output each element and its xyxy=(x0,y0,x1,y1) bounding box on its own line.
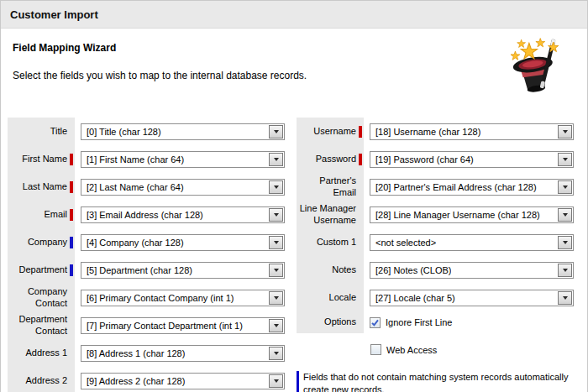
window-title: Customer Import xyxy=(10,8,98,21)
check-icon xyxy=(370,318,380,327)
chevron-down-icon[interactable] xyxy=(269,125,283,139)
field-label-cell: Department xyxy=(8,256,75,284)
required-marker xyxy=(359,126,362,138)
field-select[interactable]: [26] Notes (CLOB) xyxy=(370,262,574,279)
chevron-down-icon[interactable] xyxy=(269,208,283,222)
field-column-right: Username [18] Username (char 128) Passwo… xyxy=(297,118,582,392)
field-select[interactable]: [3] Email Address (char 128) xyxy=(81,206,285,223)
field-label: Address 1 xyxy=(25,348,67,359)
chevron-down-icon[interactable] xyxy=(269,264,283,277)
field-row: Notes [26] Notes (CLOB) xyxy=(297,256,582,284)
field-select[interactable]: [7] Primary Contact Department (int 1) xyxy=(81,317,285,334)
field-row: Title [0] Title (char 128) xyxy=(8,118,286,145)
required-marker xyxy=(70,320,73,332)
field-select[interactable]: [19] Password (char 64) xyxy=(370,151,574,168)
field-label-cell: Custom 1 xyxy=(297,228,364,256)
selected-option: [7] Primary Contact Department (int 1) xyxy=(87,321,243,331)
window-title-bar: Customer Import xyxy=(1,1,587,29)
marker-spacer xyxy=(359,316,362,328)
selected-option: [1] First Name (char 64) xyxy=(87,154,184,165)
field-select[interactable]: [6] Primary Contact Company (int 1) xyxy=(81,290,285,306)
selected-option: [6] Primary Contact Company (int 1) xyxy=(87,293,234,303)
chevron-down-icon[interactable] xyxy=(269,180,283,194)
field-rows-right: Username [18] Username (char 128) Passwo… xyxy=(297,118,582,311)
checkbox-row: Web Access xyxy=(370,344,582,355)
chevron-down-icon[interactable] xyxy=(558,236,572,249)
chevron-down-icon[interactable] xyxy=(558,180,572,194)
required-marker xyxy=(359,181,362,193)
field-select[interactable]: [9] Address 2 (char 128) xyxy=(81,373,285,389)
chevron-down-icon[interactable] xyxy=(558,208,572,222)
checkbox[interactable] xyxy=(370,344,381,355)
selected-option: [26] Notes (CLOB) xyxy=(375,265,451,275)
field-row: Username [18] Username (char 128) xyxy=(297,118,582,145)
required-marker xyxy=(70,126,73,138)
chevron-down-icon[interactable] xyxy=(558,153,572,166)
field-select[interactable]: [0] Title (char 128) xyxy=(81,123,285,140)
checkbox-row: Ignore First Line xyxy=(370,317,452,328)
field-label: Email xyxy=(44,209,67,221)
options-row: Options Ignore First Line xyxy=(297,311,582,333)
chevron-down-icon[interactable] xyxy=(269,291,283,305)
field-label: Title xyxy=(50,126,67,138)
field-select[interactable]: [18] Username (char 128) xyxy=(370,123,574,140)
field-label: Last Name xyxy=(23,181,67,193)
field-label: Company xyxy=(28,237,67,248)
field-select[interactable]: <not selected> xyxy=(370,234,574,251)
field-select[interactable]: [8] Address 1 (char 128) xyxy=(81,345,285,362)
required-marker xyxy=(359,237,362,248)
field-row: Last Name [2] Last Name (char 64) xyxy=(8,173,286,201)
field-label: Department xyxy=(19,264,67,276)
field-label-cell: First Name xyxy=(8,145,75,173)
chevron-down-icon[interactable] xyxy=(558,125,572,139)
chevron-down-icon[interactable] xyxy=(558,264,572,277)
checkbox[interactable] xyxy=(370,317,381,328)
chevron-down-icon[interactable] xyxy=(269,319,283,332)
field-select[interactable]: [5] Department (char 128) xyxy=(81,262,285,279)
ignore-first-line-slot: Ignore First Line xyxy=(370,317,452,328)
field-label: First Name xyxy=(22,154,67,165)
field-select[interactable]: [1] First Name (char 64) xyxy=(81,151,285,168)
field-label-cell: Last Name xyxy=(8,173,75,201)
field-row: Company [4] Company (char 128) xyxy=(8,228,286,256)
options-label: Options xyxy=(324,316,356,328)
required-marker xyxy=(359,154,362,165)
required-marker xyxy=(70,209,73,221)
field-select[interactable]: [2] Last Name (char 64) xyxy=(81,179,285,196)
note-marker-bar xyxy=(297,371,299,392)
chevron-down-icon[interactable] xyxy=(558,291,572,305)
chevron-down-icon[interactable] xyxy=(269,374,283,388)
field-row: Partner's Email [20] Partner's Email Add… xyxy=(297,173,582,201)
required-marker xyxy=(70,264,73,276)
field-column-left: Title [0] Title (char 128) First Name [1… xyxy=(8,118,286,392)
field-label-cell: Email xyxy=(8,201,75,228)
field-label-cell: Line Manager Username xyxy=(297,201,364,228)
field-label: Username xyxy=(313,126,356,138)
chevron-down-icon[interactable] xyxy=(269,347,283,360)
field-row: Company Contact [6] Primary Contact Comp… xyxy=(8,284,286,311)
field-select[interactable]: [27] Locale (char 5) xyxy=(370,290,574,306)
checkbox-label: Ignore First Line xyxy=(386,317,452,327)
required-marker xyxy=(70,154,73,165)
field-select[interactable]: [20] Partner's Email Address (char 128) xyxy=(370,179,574,196)
required-marker xyxy=(359,209,362,221)
selected-option: [27] Locale (char 5) xyxy=(375,293,455,303)
field-select[interactable]: [4] Company (char 128) xyxy=(81,234,285,251)
auto-create-note: Fields that do not contain matching syst… xyxy=(297,371,582,392)
chevron-down-icon[interactable] xyxy=(269,236,283,249)
required-marker xyxy=(70,181,73,193)
field-label: Notes xyxy=(332,264,356,276)
chevron-down-icon[interactable] xyxy=(269,153,283,166)
required-marker xyxy=(70,292,73,304)
field-select[interactable]: [28] Line Manager Username (char 128) xyxy=(370,206,574,223)
field-row: Email [3] Email Address (char 128) xyxy=(8,201,286,228)
selected-option: [9] Address 2 (char 128) xyxy=(87,376,185,386)
field-row: Department Contact [7] Primary Contact D… xyxy=(8,311,286,339)
field-row: Line Manager Username [28] Line Manager … xyxy=(297,201,582,228)
field-label: Address 2 xyxy=(25,375,67,387)
field-row: Address 2 [9] Address 2 (char 128) xyxy=(8,367,286,392)
required-marker xyxy=(70,348,73,359)
required-marker xyxy=(359,292,362,304)
selected-option: <not selected> xyxy=(375,238,436,248)
selected-option: [20] Partner's Email Address (char 128) xyxy=(375,182,537,192)
